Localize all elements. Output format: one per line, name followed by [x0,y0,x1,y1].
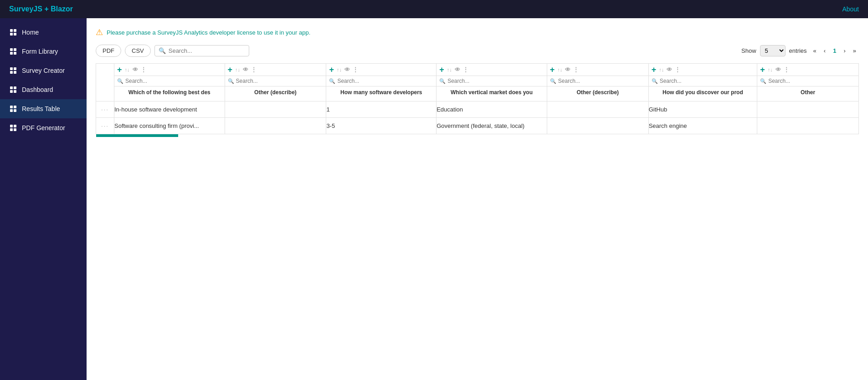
col-vis-icon-4[interactable]: 👁 [565,66,570,73]
entries-select[interactable]: 5102550100 [760,45,786,56]
svg-rect-16 [10,106,13,108]
prev-page-button[interactable]: ‹ [821,46,828,55]
row-actions-1[interactable]: ··· [96,118,114,134]
sidebar-item-label: PDF Generator [22,124,65,132]
col-search-icon-6: 🔍 [760,78,766,84]
pdf-button[interactable]: PDF [96,45,121,57]
col-more-icon-6[interactable]: ⋮ [784,66,789,73]
warning-icon: ⚠ [96,27,103,37]
col-add-btn-5[interactable]: + [652,66,657,74]
col-header-3: + ↑↓ 👁 ⋮ 🔍 Which vertical market does yo… [437,64,547,101]
csv-button[interactable]: CSV [125,45,151,57]
col-add-btn-6[interactable]: + [760,66,765,74]
table-row: ···In-house software development1Educati… [96,101,859,118]
col-search-input-6[interactable] [768,78,856,84]
sidebar-item-label: Results Table [22,105,60,112]
col-search-icon-0: 🔍 [117,78,123,84]
next-page-button[interactable]: › [841,46,848,55]
brand-logo[interactable]: SurveyJS + Blazor [9,5,73,13]
col-icons-1: + ↑↓ 👁 ⋮ [225,64,326,76]
current-page-button[interactable]: 1 [830,46,839,55]
col-title-1: Other (describe) [225,86,326,101]
col-search-icon-5: 🔍 [652,78,658,84]
scrollbar-indicator[interactable] [96,134,178,137]
col-search-6: 🔍 [757,76,858,86]
cell-0-6 [757,101,859,118]
col-sort-icon-4[interactable]: ↑↓ [557,67,562,72]
col-search-input-0[interactable] [125,78,222,84]
svg-rect-0 [10,29,13,32]
col-add-btn-0[interactable]: + [117,66,122,74]
last-page-button[interactable]: » [850,46,859,55]
row-actions-0[interactable]: ··· [96,101,114,118]
col-search-icon-3: 🔍 [439,78,446,84]
table-icon [9,105,17,113]
col-header-0: + ↑↓ 👁 ⋮ 🔍 Which of the following best d… [114,64,225,101]
cell-1-0: Software consulting firm (provi... [114,118,225,134]
col-more-icon-1[interactable]: ⋮ [251,66,257,73]
sidebar-item-pdf-generator[interactable]: PDF Generator [0,118,87,137]
col-add-btn-4[interactable]: + [550,66,555,74]
show-label: Show [741,47,756,54]
col-sort-icon-1[interactable]: ↑↓ [235,67,240,72]
col-more-icon-2[interactable]: ⋮ [353,66,358,73]
col-sort-icon-2[interactable]: ↑↓ [337,67,342,72]
global-search-box: 🔍 [154,45,249,56]
col-vis-icon-1[interactable]: 👁 [243,66,248,73]
toolbar-right: Show 5102550100 entries « ‹ 1 › » [741,45,859,56]
col-vis-icon-6[interactable]: 👁 [776,66,781,73]
cell-1-2: 3-5 [326,118,437,134]
col-search-input-4[interactable] [558,78,646,84]
sidebar-item-survey-creator[interactable]: Survey Creator [0,61,87,80]
col-vis-icon-3[interactable]: 👁 [455,66,460,73]
global-search-input[interactable] [169,47,245,54]
col-search-4: 🔍 [547,76,648,86]
results-table: + ↑↓ 👁 ⋮ 🔍 Which of the following best d… [96,63,859,137]
main-content: ⚠ Please purchase a SurveyJS Analytics d… [87,18,868,380]
col-title-2: How many software developers [326,86,436,101]
about-link[interactable]: About [842,5,859,13]
sidebar-item-form-library[interactable]: Form Library [0,42,87,61]
col-add-btn-1[interactable]: + [228,66,233,74]
svg-rect-21 [14,125,16,127]
col-search-input-1[interactable] [236,78,324,84]
col-add-btn-2[interactable]: + [329,66,334,74]
svg-rect-11 [14,71,16,74]
col-vis-icon-0[interactable]: 👁 [133,66,138,73]
col-search-0: 🔍 [114,76,225,86]
home-icon [9,28,17,36]
col-title-6: Other [757,86,858,101]
col-more-icon-5[interactable]: ⋮ [675,66,680,73]
col-vis-icon-2[interactable]: 👁 [344,66,350,73]
col-header-1: + ↑↓ 👁 ⋮ 🔍 Other (describe) [225,64,326,101]
col-search-icon-1: 🔍 [228,78,234,84]
col-icons-2: + ↑↓ 👁 ⋮ [326,64,436,76]
col-more-icon-3[interactable]: ⋮ [463,66,468,73]
dashboard-icon [9,86,17,94]
col-search-input-2[interactable] [337,78,433,84]
col-sort-icon-6[interactable]: ↑↓ [768,67,773,72]
library-icon [9,47,17,56]
cell-1-4 [547,118,648,134]
col-more-icon-4[interactable]: ⋮ [573,66,579,73]
col-sort-icon-5[interactable]: ↑↓ [659,67,664,72]
col-more-icon-0[interactable]: ⋮ [141,66,146,73]
sidebar-item-dashboard[interactable]: Dashboard [0,80,87,99]
col-title-3: Which vertical market does you [437,86,547,101]
svg-rect-9 [14,67,16,70]
col-icons-4: + ↑↓ 👁 ⋮ [547,64,648,76]
col-search-input-3[interactable] [447,78,544,84]
creator-icon [9,66,17,75]
cell-1-5: Search engine [648,118,757,134]
col-search-input-5[interactable] [660,78,754,84]
sidebar-item-home[interactable]: Home [0,23,87,42]
cell-0-4 [547,101,648,118]
sidebar-item-results-table[interactable]: Results Table [0,99,87,118]
col-vis-icon-5[interactable]: 👁 [667,66,672,73]
col-icons-0: + ↑↓ 👁 ⋮ [114,64,225,76]
first-page-button[interactable]: « [811,46,819,55]
col-add-btn-3[interactable]: + [439,66,444,74]
col-sort-icon-3[interactable]: ↑↓ [447,67,452,72]
col-sort-icon-0[interactable]: ↑↓ [125,67,130,72]
svg-rect-3 [14,33,16,35]
